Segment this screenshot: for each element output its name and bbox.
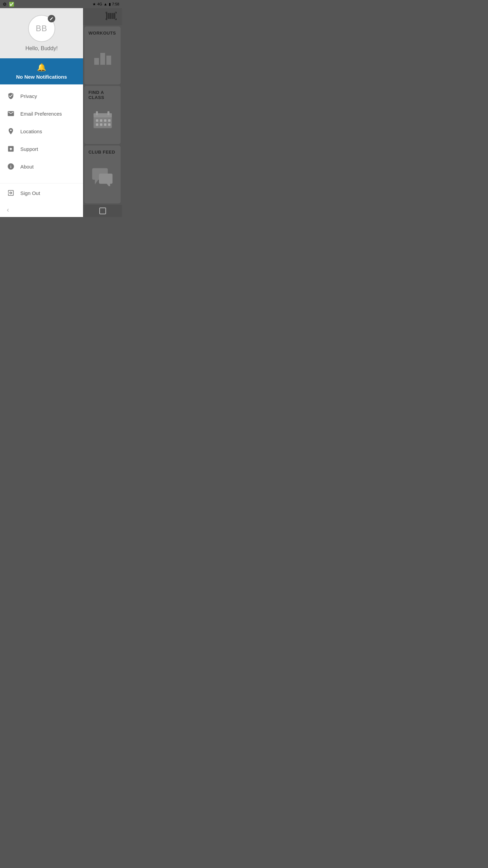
menu-list: Privacy Email Preferences Location bbox=[0, 84, 83, 183]
avatar-wrapper: BB bbox=[28, 15, 55, 42]
svg-rect-19 bbox=[106, 56, 111, 65]
email-icon bbox=[7, 110, 15, 118]
clock: 7:58 bbox=[112, 2, 119, 6]
svg-rect-22 bbox=[96, 111, 98, 115]
svg-rect-26 bbox=[104, 119, 106, 122]
external-link-icon bbox=[7, 145, 15, 153]
settings-icon: ⚙ bbox=[3, 2, 7, 7]
svg-rect-30 bbox=[104, 123, 106, 126]
svg-rect-29 bbox=[100, 123, 102, 126]
svg-rect-6 bbox=[113, 13, 113, 19]
svg-rect-12 bbox=[116, 12, 117, 14]
network-indicator: 4G bbox=[97, 2, 102, 6]
back-button[interactable]: ‹ bbox=[0, 202, 83, 217]
find-a-class-card[interactable]: FIND A CLASS bbox=[84, 86, 121, 144]
app-container: BB Hello, Buddy! 🔔 No New Notifications bbox=[0, 8, 122, 217]
svg-rect-1 bbox=[108, 13, 108, 19]
profile-header: BB Hello, Buddy! bbox=[0, 8, 83, 58]
club-feed-card[interactable]: CLUB FEED bbox=[84, 145, 121, 203]
locations-label: Locations bbox=[20, 129, 42, 134]
svg-rect-5 bbox=[112, 13, 112, 19]
status-bar: ⚙ ✅ ★ 4G ▲ ▮ 7:58 bbox=[0, 0, 122, 8]
svg-marker-35 bbox=[107, 184, 110, 186]
menu-item-support[interactable]: Support bbox=[0, 140, 83, 158]
main-content: WORKOUTS FIND A CLASS bbox=[83, 8, 122, 217]
info-icon bbox=[7, 162, 15, 171]
main-header bbox=[83, 8, 122, 25]
notification-banner[interactable]: 🔔 No New Notifications bbox=[0, 58, 83, 84]
club-feed-title: CLUB FEED bbox=[88, 150, 117, 155]
pencil-icon bbox=[49, 17, 54, 21]
menu-item-email-preferences[interactable]: Email Preferences bbox=[0, 105, 83, 122]
edit-avatar-button[interactable] bbox=[48, 15, 55, 22]
home-button[interactable] bbox=[99, 208, 106, 214]
find-a-class-icon-area bbox=[88, 100, 117, 140]
bar-chart-icon bbox=[93, 50, 113, 66]
privacy-label: Privacy bbox=[20, 93, 37, 99]
battery-icon: ▮ bbox=[109, 2, 111, 6]
sign-out-label: Sign Out bbox=[20, 190, 40, 196]
about-label: About bbox=[20, 164, 34, 170]
svg-rect-25 bbox=[100, 119, 102, 122]
avatar-initials: BB bbox=[36, 24, 47, 33]
barcode-icon[interactable] bbox=[106, 11, 117, 22]
shield-icon bbox=[7, 92, 15, 100]
chat-icon bbox=[92, 167, 114, 186]
workouts-icon-area bbox=[88, 36, 117, 80]
greeting-text: Hello, Buddy! bbox=[25, 45, 58, 52]
svg-rect-27 bbox=[108, 119, 110, 122]
svg-rect-28 bbox=[96, 123, 98, 126]
workouts-card[interactable]: WORKOUTS bbox=[84, 26, 121, 84]
svg-rect-18 bbox=[100, 53, 105, 65]
status-bar-right: ★ 4G ▲ ▮ 7:58 bbox=[93, 2, 119, 6]
bell-icon: 🔔 bbox=[37, 63, 46, 72]
sign-out-button[interactable]: Sign Out bbox=[0, 183, 83, 202]
workouts-title: WORKOUTS bbox=[88, 31, 117, 36]
content-grid: WORKOUTS FIND A CLASS bbox=[83, 25, 122, 205]
svg-rect-23 bbox=[107, 111, 109, 115]
signal-icon: ▲ bbox=[104, 2, 107, 6]
status-bar-left: ⚙ ✅ bbox=[3, 2, 14, 7]
task-icon: ✅ bbox=[9, 2, 14, 7]
svg-rect-7 bbox=[114, 13, 114, 19]
find-a-class-title: FIND A CLASS bbox=[88, 90, 117, 100]
svg-rect-31 bbox=[108, 123, 110, 126]
svg-rect-34 bbox=[99, 174, 113, 184]
location-icon bbox=[7, 127, 15, 135]
svg-rect-16 bbox=[116, 18, 117, 20]
svg-rect-14 bbox=[106, 18, 106, 20]
svg-rect-17 bbox=[94, 58, 99, 65]
calendar-icon bbox=[93, 111, 113, 129]
menu-item-privacy[interactable]: Privacy bbox=[0, 87, 83, 105]
svg-rect-10 bbox=[106, 12, 106, 14]
svg-rect-0 bbox=[106, 13, 107, 19]
svg-rect-24 bbox=[96, 119, 98, 122]
back-arrow-icon: ‹ bbox=[7, 206, 9, 214]
svg-rect-3 bbox=[109, 13, 110, 19]
svg-rect-4 bbox=[110, 13, 111, 19]
menu-item-about[interactable]: About bbox=[0, 158, 83, 175]
bottom-nav bbox=[83, 205, 122, 217]
notification-text: No New Notifications bbox=[16, 74, 67, 80]
bluetooth-icon: ★ bbox=[93, 2, 96, 6]
svg-marker-33 bbox=[95, 180, 98, 184]
drawer: BB Hello, Buddy! 🔔 No New Notifications bbox=[0, 8, 83, 217]
support-label: Support bbox=[20, 146, 38, 152]
svg-rect-8 bbox=[115, 13, 115, 19]
menu-item-locations[interactable]: Locations bbox=[0, 122, 83, 140]
club-feed-icon-area bbox=[88, 155, 117, 199]
sign-out-icon bbox=[7, 189, 15, 197]
svg-rect-2 bbox=[108, 13, 109, 19]
email-preferences-label: Email Preferences bbox=[20, 111, 62, 117]
